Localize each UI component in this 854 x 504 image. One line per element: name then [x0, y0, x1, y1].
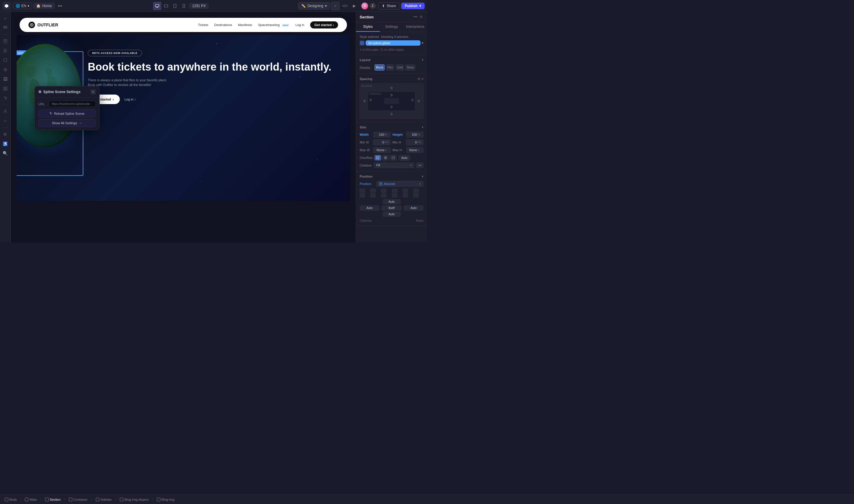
sidebar-layers-icon[interactable] [1, 24, 10, 32]
columns-label: Columns [360, 219, 371, 222]
position-label: Position [360, 182, 374, 185]
max-h-input[interactable]: None ▾ [406, 147, 424, 153]
size-title-text: Size [360, 125, 366, 129]
sidebar-add-icon[interactable]: + [1, 14, 10, 22]
hero-content: BETA ACCESS NOW AVAILABLE Book tickets t… [88, 41, 344, 104]
anchor-ml[interactable] [392, 188, 397, 193]
position-collapse-btn[interactable]: ▾ [422, 174, 424, 179]
sidebar-ecomm-icon[interactable] [1, 94, 10, 102]
share-button[interactable]: ⬆ Share [378, 2, 400, 10]
anchor-tr[interactable] [381, 188, 386, 193]
min-w-input[interactable]: 0 PX [373, 139, 391, 145]
nav-cta-btn[interactable]: Get started › [310, 21, 338, 29]
overflow-visible-btn[interactable] [374, 155, 381, 161]
max-h-value: None [408, 148, 417, 152]
display-grid-btn[interactable]: Grid [395, 64, 404, 71]
tab-styles[interactable]: Styles [356, 22, 380, 32]
sidebar-pages-icon[interactable] [1, 37, 10, 46]
width-input[interactable]: 100 % [373, 132, 391, 138]
selector-chip[interactable]: 3d-spline-globe [366, 40, 421, 46]
min-h-input[interactable]: 0 PX [406, 139, 424, 145]
language-selector[interactable]: 🌐 EN ▾ [13, 3, 32, 9]
selector-chip-row: 3d-spline-globe ▾ [360, 40, 424, 46]
sidebar-users-icon[interactable] [1, 107, 10, 115]
sidebar-accessibility-icon[interactable]: ♿ [1, 140, 10, 148]
spacing-more-btn[interactable]: ⊕ [417, 77, 421, 81]
site-logo: OUTFLIER [29, 22, 58, 28]
canvas-area[interactable]: OUTFLIER Tickets Destinations Manifesto … [11, 12, 356, 242]
nav-login-btn[interactable]: Log in [295, 23, 304, 27]
sidebar-components-icon[interactable]: ☰ [1, 47, 10, 55]
check-button[interactable]: ✓ [331, 2, 339, 10]
anchor-br[interactable] [381, 193, 386, 197]
url-input[interactable] [49, 101, 96, 107]
max-w-input[interactable]: None ▾ [373, 147, 391, 153]
height-input[interactable]: 100 % [406, 132, 424, 138]
margin-bottom-value: 0 [362, 112, 421, 116]
home-button[interactable]: 🏠 Home [33, 3, 55, 9]
spacing-collapse-btn[interactable]: ▾ [422, 77, 424, 81]
width-height-row: Width 100 % Height 100 % [360, 132, 424, 138]
sidebar-asset-icon[interactable]: 🖼 [1, 75, 10, 83]
sidebar-logic-icon[interactable] [1, 117, 10, 125]
anchor-tc[interactable] [370, 188, 376, 193]
anchor-extra1[interactable] [392, 193, 397, 197]
sidebar-cms-icon[interactable] [1, 85, 10, 93]
mobile-btn[interactable] [180, 2, 188, 10]
nav-manifesto[interactable]: Manifesto [238, 23, 252, 27]
margin-right-text: 0 [416, 99, 421, 103]
anchor-extra3[interactable] [413, 193, 419, 197]
reload-spline-button[interactable]: ↻ Reload Spline Scene [38, 109, 96, 118]
anchor-tl[interactable] [360, 188, 365, 193]
sidebar-settings-icon[interactable]: ⚙ [1, 130, 10, 139]
panel-dots-btn[interactable]: ••• [413, 14, 418, 20]
main-layout: + ☰ 🖼 ⚙ ♿ 🔍 [0, 12, 427, 242]
anchor-mr[interactable] [413, 188, 419, 193]
hero-cta-arrow-icon: › [113, 97, 114, 101]
url-row: URL [38, 101, 96, 107]
display-flex-btn[interactable]: Flex [386, 64, 394, 71]
display-none-btn[interactable]: None [405, 64, 415, 71]
children-select[interactable]: Fill ▾ [374, 162, 414, 168]
nav-tickets[interactable]: Tickets [198, 23, 208, 27]
svg-rect-16 [3, 89, 5, 90]
more-pages-button[interactable]: ••• [56, 2, 64, 10]
anchor-extra2[interactable] [403, 193, 408, 197]
tab-settings[interactable]: Settings [380, 22, 404, 32]
children-more-btn[interactable]: ••• [416, 162, 424, 168]
size-collapse-btn[interactable]: ▾ [422, 125, 424, 129]
code-button[interactable]: </> [341, 2, 349, 10]
show-all-settings-button[interactable]: Show All Settings → [38, 119, 96, 127]
selector-dropdown-arrow[interactable]: ▾ [422, 41, 424, 45]
preview-play-button[interactable]: ▶ [350, 2, 358, 10]
height-label: Height [393, 133, 405, 137]
position-type-row: Position Absolute ▾ [360, 181, 424, 187]
anchor-bc[interactable] [370, 193, 376, 197]
overflow-scroll-btn[interactable] [390, 155, 397, 161]
layout-collapse-btn[interactable]: ▾ [422, 58, 424, 62]
spline-popup-close-button[interactable]: ✕ [90, 89, 96, 94]
svg-point-22 [31, 24, 32, 25]
sidebar-search-icon[interactable]: 🔍 [1, 149, 10, 158]
nav-spacetraveling-link[interactable]: Spacetraveling [258, 23, 280, 27]
hero-subtitle: There is always a plane that flies to yo… [88, 78, 171, 88]
tablet-landscape-btn[interactable] [162, 2, 170, 10]
desktop-device-btn[interactable] [153, 2, 161, 10]
tablet-portrait-btn[interactable] [171, 2, 179, 10]
display-block-btn[interactable]: Block [374, 64, 385, 71]
sidebar-box-icon[interactable] [1, 56, 10, 64]
sidebar-style-icon[interactable] [1, 66, 10, 74]
designing-mode-btn[interactable]: ✏️ Designing ▾ [298, 2, 330, 10]
tab-interactions[interactable]: Interactions [403, 22, 427, 32]
nav-destinations[interactable]: Destinations [214, 23, 232, 27]
panel-settings-btn[interactable]: ⚙ [419, 14, 424, 20]
reload-icon: ↻ [50, 111, 52, 115]
position-select[interactable]: Absolute ▾ [376, 181, 424, 187]
overflow-hidden-btn[interactable] [382, 155, 389, 161]
publish-button[interactable]: Publish ▾ [401, 3, 425, 9]
share-icon: ⬆ [382, 4, 385, 8]
padding-right: 0 [412, 98, 413, 104]
hero-login-button[interactable]: Log in › [125, 97, 136, 101]
anchor-bl[interactable] [360, 193, 365, 197]
anchor-mc[interactable] [403, 188, 408, 193]
